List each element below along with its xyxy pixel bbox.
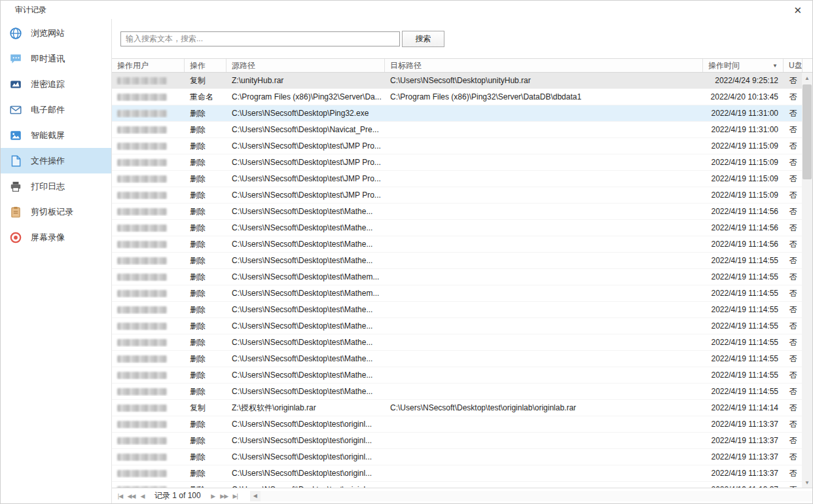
cell-operation: 删除 [185, 157, 226, 168]
cell-operation: 重命名 [185, 92, 226, 103]
table-row[interactable]: 删除C:\Users\NSecsoft\Desktop\test\originl… [112, 433, 812, 449]
cell-source-path: C:\Users\NSecsoft\Desktop\test\Mathe... [226, 207, 385, 216]
cell-time: 2022/4/19 11:31:00 [703, 109, 784, 118]
column-header[interactable]: U盘 [784, 59, 803, 72]
sidebar-item-screenshot[interactable]: 智能截屏 [1, 122, 111, 148]
sidebar-item-chat[interactable]: 即时通讯 [1, 46, 111, 71]
search-input[interactable] [120, 31, 400, 46]
column-header-label: 目标路径 [390, 60, 422, 71]
pager-next-page-button[interactable]: ▶▶ [219, 493, 230, 499]
table-row[interactable]: 删除C:\Users\NSecsoft\Desktop\test\Mathe..… [112, 302, 812, 318]
sidebar-item-leak[interactable]: 泄密追踪 [1, 71, 111, 97]
table-row[interactable]: 删除C:\Users\NSecsoft\Desktop\test\Mathe..… [112, 367, 812, 384]
cell-time: 2022/4/19 11:14:55 [703, 370, 784, 380]
table-row[interactable]: 删除C:\Users\NSecsoft\Desktop\test\JMP Pro… [112, 187, 812, 204]
sidebar-item-record[interactable]: 屏幕录像 [1, 225, 111, 250]
cell-operation: 删除 [185, 435, 226, 446]
user-redacted [117, 486, 167, 488]
table-row[interactable]: 删除C:\Users\NSecsoft\Desktop\test\Mathe..… [112, 318, 812, 334]
pager-last-button[interactable]: ▶| [230, 493, 241, 499]
column-header-label: 操作用户 [117, 60, 149, 71]
table-row[interactable]: 删除C:\Users\NSecsoft\Desktop\test\originl… [112, 482, 812, 488]
mail-icon [9, 103, 22, 117]
table-row[interactable]: 删除C:\Users\NSecsoft\Desktop\test\Mathe..… [112, 220, 812, 236]
column-header[interactable]: 源路径 [226, 59, 385, 72]
scroll-left-icon[interactable]: ◀ [250, 493, 261, 499]
sidebar-item-globe[interactable]: 浏览网站 [1, 20, 111, 46]
cell-operation: 删除 [185, 484, 226, 488]
cell-time: 2022/4/19 11:13:37 [703, 485, 784, 488]
column-header[interactable]: 目标路径 [385, 59, 703, 72]
cell-time: 2022/4/19 11:15:09 [703, 141, 784, 151]
search-button[interactable]: 搜索 [402, 31, 444, 47]
table-row[interactable]: 删除C:\Users\NSecsoft\Desktop\test\Mathe..… [112, 334, 812, 351]
cell-time: 2022/4/19 11:13:37 [703, 420, 784, 429]
cell-operation: 删除 [185, 468, 226, 479]
sidebar-item-label: 屏幕录像 [31, 232, 65, 243]
sidebar-item-printer[interactable]: 打印日志 [1, 173, 111, 199]
scrollbar-thumb[interactable] [803, 84, 812, 179]
table-row[interactable]: 删除C:\Users\NSecsoft\Desktop\test\Mathem.… [112, 269, 812, 285]
cell-source-path: C:\Users\NSecsoft\Desktop\test\JMP Pro..… [226, 190, 385, 200]
user-redacted [117, 208, 167, 215]
user-redacted [117, 241, 167, 248]
sidebar-item-clipboard[interactable]: 剪切板记录 [1, 199, 111, 225]
sidebar-item-file[interactable]: 文件操作 [1, 148, 111, 173]
cell-user [112, 92, 185, 101]
cell-operation: 删除 [185, 206, 226, 217]
table-row[interactable]: 复制Z:\授权软件\originlab.rarC:\Users\NSecsoft… [112, 400, 812, 416]
horizontal-scrollbar[interactable]: ◀ [250, 491, 812, 501]
table-row[interactable]: 删除C:\Users\NSecsoft\Desktop\test\originl… [112, 416, 812, 433]
cell-user [112, 223, 185, 232]
cell-user [112, 370, 185, 380]
column-header[interactable]: 操作 [185, 59, 226, 72]
table-row[interactable]: 删除C:\Users\NSecsoft\Desktop\test\Mathe..… [112, 204, 812, 220]
vertical-scrollbar[interactable]: ▲ ▼ [802, 73, 812, 488]
user-redacted [117, 175, 167, 183]
cell-operation: 删除 [185, 272, 226, 283]
cell-target-path: C:\Users\NSecsoft\Desktop\unityHub.rar [385, 76, 703, 85]
user-redacted [117, 257, 167, 264]
column-header[interactable]: 操作时间▼ [703, 59, 784, 72]
table-row[interactable]: 删除C:\Users\NSecsoft\Desktop\test\JMP Pro… [112, 138, 812, 154]
cell-usb: 否 [784, 386, 803, 397]
table-row[interactable]: 删除C:\Users\NSecsoft\Desktop\test\JMP Pro… [112, 154, 812, 171]
table-row[interactable]: 删除C:\Users\NSecsoft\Desktop\Ping32.exe20… [112, 105, 812, 122]
pager-next-button[interactable]: ▶ [208, 493, 219, 499]
table-row[interactable]: 删除C:\Users\NSecsoft\Desktop\test\Mathe..… [112, 253, 812, 269]
cell-usb: 否 [784, 157, 803, 168]
scrollbar-track[interactable] [802, 83, 812, 477]
table-row[interactable]: 重命名C:\Program Files (x86)\Ping32\Server\… [112, 89, 812, 105]
table-row[interactable]: 删除C:\Users\NSecsoft\Desktop\test\Mathe..… [112, 351, 812, 367]
clipboard-icon [9, 206, 22, 219]
sidebar-item-mail[interactable]: 电子邮件 [1, 97, 111, 122]
close-icon[interactable]: ✕ [791, 5, 804, 15]
table-row[interactable]: 删除C:\Users\NSecsoft\Desktop\test\JMP Pro… [112, 171, 812, 187]
cell-operation: 删除 [185, 337, 226, 348]
table-row[interactable]: 删除C:\Users\NSecsoft\Desktop\test\Mathe..… [112, 236, 812, 253]
pager-prev-page-button[interactable]: ◀◀ [126, 493, 137, 499]
pager-first-button[interactable]: |◀ [115, 493, 126, 499]
globe-icon [9, 27, 22, 40]
table-row[interactable]: 复制Z:\unityHub.rarC:\Users\NSecsoft\Deskt… [112, 73, 812, 89]
cell-user [112, 174, 185, 183]
scroll-down-icon[interactable]: ▼ [802, 477, 812, 488]
table-row[interactable]: 删除C:\Users\NSecsoft\Desktop\test\originl… [112, 449, 812, 465]
horizontal-scroll-track[interactable] [261, 491, 812, 501]
pager-prev-button[interactable]: ◀ [137, 493, 148, 499]
cell-time: 2022/4/19 11:14:55 [703, 305, 784, 314]
cell-user [112, 158, 185, 167]
table-row[interactable]: 删除C:\Users\NSecsoft\Desktop\test\originl… [112, 465, 812, 482]
column-header[interactable]: 操作用户 [112, 59, 185, 72]
cell-operation: 删除 [185, 173, 226, 185]
table-row[interactable]: 删除C:\Users\NSecsoft\Desktop\test\Mathem.… [112, 285, 812, 302]
cell-operation: 删除 [185, 370, 226, 381]
cell-user [112, 436, 185, 445]
column-header-label: 操作时间 [708, 60, 740, 71]
table-row[interactable]: 删除C:\Users\NSecsoft\Desktop\test\Mathe..… [112, 384, 812, 400]
cell-operation: 删除 [185, 223, 226, 234]
scroll-up-icon[interactable]: ▲ [802, 73, 812, 83]
table-row[interactable]: 删除C:\Users\NSecsoft\Desktop\Navicat_Pre.… [112, 122, 812, 138]
cell-time: 2022/4/19 11:15:09 [703, 158, 784, 167]
user-redacted [117, 159, 167, 166]
